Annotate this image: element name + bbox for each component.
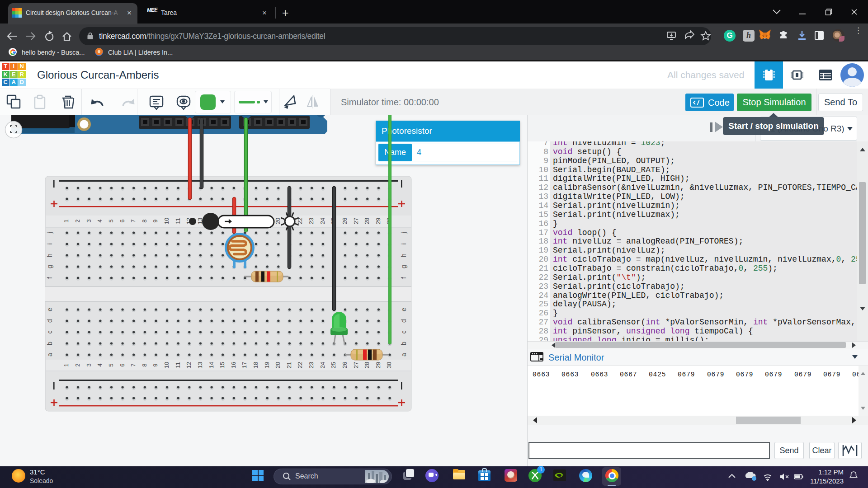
svg-text:6: 6 bbox=[119, 219, 126, 222]
svg-text:h: h bbox=[46, 253, 53, 257]
svg-text:1: 1 bbox=[63, 219, 70, 222]
svg-text:7: 7 bbox=[130, 219, 137, 222]
svg-text:8: 8 bbox=[141, 363, 148, 366]
svg-text:11: 11 bbox=[175, 218, 181, 224]
svg-text:14: 14 bbox=[208, 362, 215, 368]
svg-text:a: a bbox=[400, 353, 407, 357]
svg-text:17: 17 bbox=[241, 362, 248, 368]
svg-text:22: 22 bbox=[297, 362, 303, 368]
svg-text:26: 26 bbox=[341, 218, 348, 224]
svg-text:29: 29 bbox=[375, 218, 382, 224]
svg-text:23: 23 bbox=[308, 218, 315, 224]
svg-text:12: 12 bbox=[185, 362, 192, 368]
svg-text:9: 9 bbox=[152, 219, 159, 222]
svg-text:4: 4 bbox=[96, 363, 103, 366]
svg-text:g: g bbox=[46, 265, 53, 268]
svg-text:10: 10 bbox=[163, 362, 170, 368]
svg-text:i: i bbox=[400, 243, 407, 244]
svg-text:1: 1 bbox=[63, 363, 70, 366]
svg-text:d: d bbox=[46, 319, 53, 323]
svg-text:10: 10 bbox=[163, 218, 170, 224]
svg-text:20: 20 bbox=[274, 218, 281, 224]
svg-text:2: 2 bbox=[74, 363, 81, 366]
svg-text:21: 21 bbox=[286, 362, 292, 368]
svg-text:2: 2 bbox=[74, 219, 81, 222]
svg-text:20: 20 bbox=[274, 362, 281, 368]
svg-text:30: 30 bbox=[386, 362, 392, 368]
svg-text:b: b bbox=[46, 342, 53, 345]
svg-text:28: 28 bbox=[363, 218, 370, 224]
svg-text:13: 13 bbox=[197, 362, 203, 368]
svg-text:23: 23 bbox=[308, 362, 315, 368]
svg-text:19: 19 bbox=[264, 362, 270, 368]
svg-text:f: f bbox=[46, 277, 53, 279]
svg-text:27: 27 bbox=[353, 218, 359, 224]
svg-text:8: 8 bbox=[141, 219, 148, 222]
svg-text:25: 25 bbox=[330, 362, 337, 368]
svg-text:27: 27 bbox=[353, 362, 359, 368]
svg-text:e: e bbox=[46, 308, 53, 311]
svg-text:5: 5 bbox=[108, 219, 114, 222]
svg-text:4: 4 bbox=[96, 219, 103, 222]
svg-text:11: 11 bbox=[175, 362, 181, 368]
svg-text:7: 7 bbox=[130, 363, 137, 366]
svg-text:h: h bbox=[400, 253, 407, 257]
svg-text:15: 15 bbox=[219, 362, 226, 368]
svg-text:3: 3 bbox=[85, 219, 92, 222]
svg-text:16: 16 bbox=[230, 362, 237, 368]
svg-text:f: f bbox=[400, 277, 407, 279]
svg-text:g: g bbox=[400, 265, 407, 268]
svg-text:b: b bbox=[400, 342, 407, 345]
svg-text:c: c bbox=[46, 331, 53, 334]
svg-text:c: c bbox=[400, 331, 407, 334]
svg-text:j: j bbox=[46, 232, 53, 234]
svg-text:5: 5 bbox=[108, 363, 114, 366]
svg-text:24: 24 bbox=[319, 362, 326, 368]
svg-text:a: a bbox=[46, 353, 53, 357]
svg-text:29: 29 bbox=[375, 362, 382, 368]
svg-text:j: j bbox=[400, 232, 407, 234]
svg-text:6: 6 bbox=[119, 363, 126, 366]
svg-text:e: e bbox=[400, 308, 407, 311]
svg-text:26: 26 bbox=[341, 362, 348, 368]
svg-text:i: i bbox=[46, 243, 53, 244]
svg-text:28: 28 bbox=[363, 362, 370, 368]
svg-text:18: 18 bbox=[252, 362, 259, 368]
svg-text:d: d bbox=[400, 319, 407, 323]
svg-text:3: 3 bbox=[85, 363, 92, 366]
svg-text:9: 9 bbox=[152, 363, 159, 366]
svg-text:24: 24 bbox=[319, 218, 326, 224]
